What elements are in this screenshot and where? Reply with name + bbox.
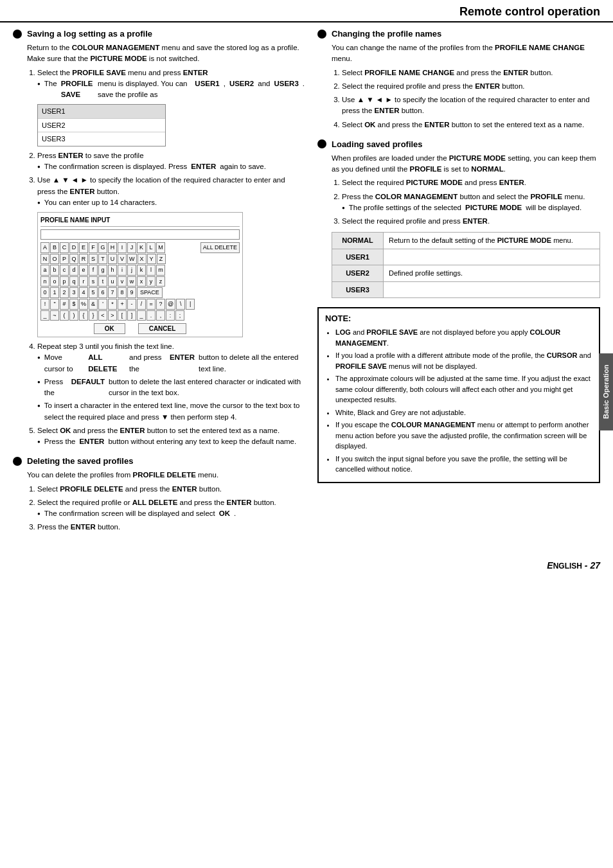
key-all-delete[interactable]: ALL DELETE bbox=[200, 242, 240, 253]
key-Z[interactable]: Z bbox=[157, 254, 166, 265]
key-under2[interactable]: _ bbox=[137, 310, 146, 321]
key-M[interactable]: M bbox=[156, 242, 165, 253]
key-y[interactable]: y bbox=[147, 276, 155, 287]
key-H[interactable]: H bbox=[108, 242, 117, 253]
key-J[interactable]: J bbox=[127, 242, 136, 253]
key-O[interactable]: O bbox=[50, 254, 59, 265]
key-percent[interactable]: % bbox=[79, 299, 88, 310]
key-minus[interactable]: - bbox=[127, 299, 136, 310]
key-quote[interactable]: " bbox=[50, 299, 59, 310]
key-bksl[interactable]: \ bbox=[176, 299, 185, 310]
key-amp[interactable]: & bbox=[89, 299, 98, 310]
key-colon[interactable]: : bbox=[166, 310, 175, 321]
keyboard-input-row[interactable] bbox=[40, 229, 240, 240]
key-k[interactable]: k bbox=[137, 265, 146, 276]
key-pipe[interactable]: | bbox=[186, 299, 195, 310]
key-U[interactable]: U bbox=[108, 254, 117, 265]
key-star[interactable]: * bbox=[108, 299, 117, 310]
key-T[interactable]: T bbox=[98, 254, 107, 265]
key-hash[interactable]: # bbox=[60, 299, 69, 310]
key-c[interactable]: c bbox=[60, 265, 69, 276]
key-plus[interactable]: + bbox=[118, 299, 127, 310]
key-n[interactable]: n bbox=[40, 276, 49, 287]
key-F[interactable]: F bbox=[89, 242, 98, 253]
key-q[interactable]: q bbox=[69, 276, 78, 287]
key-0[interactable]: 0 bbox=[40, 287, 49, 298]
key-lt[interactable]: < bbox=[98, 310, 107, 321]
key-g[interactable]: g bbox=[98, 265, 107, 276]
key-8[interactable]: 8 bbox=[118, 287, 127, 298]
key-b[interactable]: b bbox=[50, 265, 59, 276]
key-lparen[interactable]: ( bbox=[60, 310, 69, 321]
key-1[interactable]: 1 bbox=[50, 287, 59, 298]
key-f[interactable]: f bbox=[89, 265, 98, 276]
key-space[interactable]: SPACE bbox=[137, 287, 163, 298]
key-W[interactable]: W bbox=[127, 254, 137, 265]
key-gt[interactable]: > bbox=[108, 310, 117, 321]
key-lbrace[interactable]: { bbox=[79, 310, 88, 321]
key-slash[interactable]: / bbox=[137, 299, 146, 310]
key-rbrace[interactable]: } bbox=[89, 310, 98, 321]
key-x[interactable]: x bbox=[137, 276, 146, 287]
key-apos[interactable]: ' bbox=[98, 299, 107, 310]
key-p[interactable]: p bbox=[60, 276, 69, 287]
key-N[interactable]: N bbox=[40, 254, 49, 265]
key-t[interactable]: t bbox=[98, 276, 107, 287]
key-i[interactable]: i bbox=[118, 265, 127, 276]
key-m[interactable]: m bbox=[156, 265, 165, 276]
key-9[interactable]: 9 bbox=[127, 287, 136, 298]
key-L[interactable]: L bbox=[147, 242, 155, 253]
key-lbracket[interactable]: [ bbox=[118, 310, 127, 321]
key-E[interactable]: E bbox=[79, 242, 88, 253]
key-Q[interactable]: Q bbox=[69, 254, 78, 265]
key-l[interactable]: l bbox=[147, 265, 155, 276]
key-R[interactable]: R bbox=[79, 254, 88, 265]
key-C[interactable]: C bbox=[60, 242, 69, 253]
key-z[interactable]: z bbox=[156, 276, 165, 287]
key-D[interactable]: D bbox=[69, 242, 78, 253]
key-comma[interactable]: , bbox=[156, 310, 165, 321]
key-B[interactable]: B bbox=[50, 242, 59, 253]
key-6[interactable]: 6 bbox=[98, 287, 107, 298]
section-saving-title-text: Saving a log setting as a profile bbox=[27, 29, 152, 39]
key-V[interactable]: V bbox=[118, 254, 127, 265]
key-P[interactable]: P bbox=[60, 254, 69, 265]
key-tilde[interactable]: ~ bbox=[50, 310, 59, 321]
key-o[interactable]: o bbox=[50, 276, 59, 287]
key-S[interactable]: S bbox=[89, 254, 98, 265]
key-w[interactable]: w bbox=[127, 276, 136, 287]
key-rbracket[interactable]: ] bbox=[127, 310, 136, 321]
key-s[interactable]: s bbox=[89, 276, 98, 287]
key-at[interactable]: @ bbox=[166, 299, 175, 310]
key-dollar[interactable]: $ bbox=[69, 299, 78, 310]
key-4[interactable]: 4 bbox=[79, 287, 88, 298]
key-j[interactable]: j bbox=[127, 265, 136, 276]
key-Y[interactable]: Y bbox=[147, 254, 156, 265]
key-X[interactable]: X bbox=[138, 254, 147, 265]
key-2[interactable]: 2 bbox=[60, 287, 69, 298]
key-rparen[interactable]: ) bbox=[69, 310, 78, 321]
profile-row-user3: USER3 bbox=[38, 132, 165, 146]
key-a[interactable]: a bbox=[40, 265, 49, 276]
keyboard-cancel-button[interactable]: CANCEL bbox=[138, 323, 187, 334]
key-3[interactable]: 3 bbox=[69, 287, 78, 298]
key-K[interactable]: K bbox=[137, 242, 146, 253]
key-r[interactable]: r bbox=[79, 276, 88, 287]
key-semicolon[interactable]: ; bbox=[175, 310, 184, 321]
key-7[interactable]: 7 bbox=[108, 287, 117, 298]
key-excl[interactable]: ! bbox=[40, 299, 49, 310]
key-u[interactable]: u bbox=[108, 276, 117, 287]
key-I[interactable]: I bbox=[118, 242, 127, 253]
key-dot[interactable]: . bbox=[147, 310, 155, 321]
key-5[interactable]: 5 bbox=[89, 287, 98, 298]
key-eq[interactable]: = bbox=[147, 299, 155, 310]
key-ques[interactable]: ? bbox=[156, 299, 165, 310]
key-e[interactable]: e bbox=[79, 265, 88, 276]
key-under[interactable]: _ bbox=[40, 310, 49, 321]
key-h[interactable]: h bbox=[108, 265, 117, 276]
key-A[interactable]: A bbox=[40, 242, 49, 253]
keyboard-ok-button[interactable]: OK bbox=[94, 323, 125, 334]
key-G[interactable]: G bbox=[98, 242, 107, 253]
key-v[interactable]: v bbox=[118, 276, 127, 287]
key-d[interactable]: d bbox=[69, 265, 78, 276]
